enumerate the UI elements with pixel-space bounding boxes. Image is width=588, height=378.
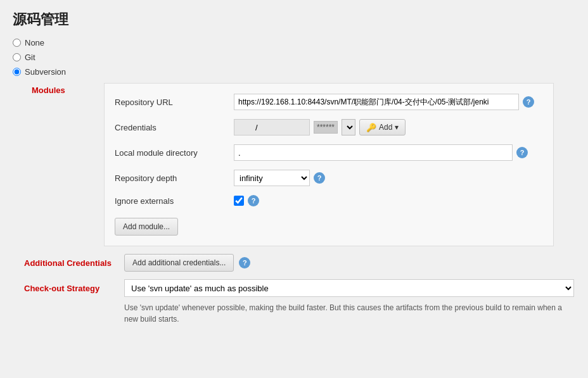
page-title: 源码管理 — [13, 10, 575, 29]
repository-url-control: ? — [234, 94, 540, 110]
credentials-label: Credentials — [115, 123, 229, 132]
repository-depth-help-icon[interactable]: ? — [314, 172, 325, 184]
local-module-row: Local module directory ? — [115, 144, 540, 161]
repository-url-label: Repository URL — [115, 98, 229, 107]
ignore-externals-label: Ignore externals — [115, 196, 229, 206]
checkout-strategy-label: Check-out Strategy — [24, 284, 119, 293]
repository-url-help-icon[interactable]: ? — [523, 96, 534, 108]
credentials-control: ****** 🔑 Add ▾ — [234, 119, 540, 135]
ignore-externals-help-icon[interactable]: ? — [248, 195, 259, 206]
add-module-button[interactable]: Add module... — [115, 218, 178, 236]
credentials-add-button[interactable]: 🔑 Add ▾ — [359, 119, 406, 135]
scm-radio-group: None Git Subversion — [13, 38, 575, 77]
local-module-label: Local module directory — [115, 148, 229, 158]
credentials-dropdown[interactable] — [342, 119, 355, 135]
checkout-strategy-select[interactable]: Use 'svn update' as much as possible Alw… — [124, 279, 574, 297]
scm-subversion-label: Subversion — [25, 67, 66, 77]
local-module-input[interactable] — [234, 144, 513, 161]
scm-radio-git[interactable] — [13, 53, 21, 61]
ignore-externals-control: ? — [234, 195, 540, 206]
scm-radio-subversion[interactable] — [13, 68, 21, 76]
repository-depth-label: Repository depth — [115, 173, 229, 183]
add-btn-label: Add — [379, 123, 392, 132]
modules-box: Repository URL ? Credentials ****** — [104, 83, 554, 246]
additional-credentials-label: Additional Credentials — [24, 258, 119, 268]
credentials-wrapper: ****** 🔑 Add ▾ — [234, 119, 406, 135]
ignore-externals-row: Ignore externals ? — [115, 195, 540, 206]
checkout-strategy-row: Check-out Strategy Use 'svn update' as m… — [24, 279, 575, 297]
credentials-select[interactable] — [234, 119, 310, 135]
modules-section: Modules Repository URL ? Credentials ***… — [28, 83, 575, 254]
scm-option-none[interactable]: None — [13, 38, 575, 47]
local-module-help-icon[interactable]: ? — [516, 147, 528, 158]
repository-url-row: Repository URL ? — [115, 94, 540, 110]
scm-none-label: None — [25, 38, 44, 47]
modules-label: Modules — [32, 85, 104, 95]
repository-depth-select[interactable]: infinity empty files immediates — [234, 170, 310, 186]
scm-git-label: Git — [25, 53, 35, 62]
add-dropdown-arrow: ▾ — [395, 123, 399, 132]
repository-depth-control: infinity empty files immediates ? — [234, 170, 540, 186]
key-icon: 🔑 — [366, 123, 376, 132]
credentials-password-mask: ****** — [314, 121, 338, 134]
ignore-externals-checkbox[interactable] — [234, 196, 244, 206]
add-additional-credentials-button[interactable]: Add additional credentials... — [124, 254, 234, 272]
repository-url-input[interactable] — [234, 94, 519, 110]
additional-credentials-row: Additional Credentials Add additional cr… — [24, 254, 575, 272]
scm-subversion-content: Modules Repository URL ? Credentials ***… — [24, 83, 575, 325]
scm-option-subversion[interactable]: Subversion — [13, 67, 575, 77]
scm-option-git[interactable]: Git — [13, 53, 575, 62]
credentials-row: Credentials ****** 🔑 Add ▾ — [115, 119, 540, 135]
local-module-control: ? — [234, 144, 540, 161]
additional-credentials-help-icon[interactable]: ? — [239, 257, 250, 268]
repository-depth-row: Repository depth infinity empty files im… — [115, 170, 540, 186]
scm-radio-none[interactable] — [13, 39, 21, 47]
checkout-strategy-description: Use 'svn update' whenever possible, maki… — [124, 302, 574, 325]
modules-left: Modules — [28, 83, 104, 254]
